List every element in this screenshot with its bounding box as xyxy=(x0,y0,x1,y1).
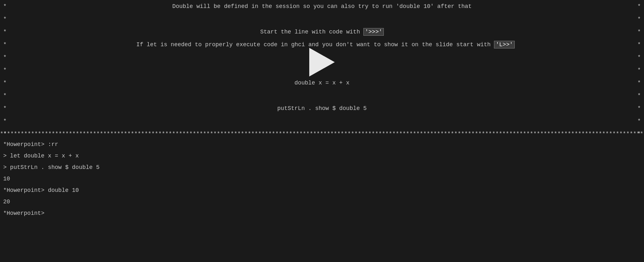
star-right-8: * xyxy=(633,92,641,99)
star-right-7: * xyxy=(633,80,641,86)
star-left-9: * xyxy=(3,105,11,112)
highlight-box-1: '>>>' xyxy=(363,28,384,36)
slide-line-2: * * xyxy=(0,13,644,25)
star-right-10: * xyxy=(633,118,641,124)
star-right-4: * xyxy=(633,41,641,48)
slide-line-9: * putStrLn . show $ double 5 * xyxy=(0,102,644,115)
star-right-3: * xyxy=(633,29,641,35)
console-line-3: > putStrLn . show $ double 5 xyxy=(3,162,641,173)
slide-line-10: * * xyxy=(0,115,644,127)
play-triangle-icon xyxy=(309,48,335,76)
line-content-7: double x = x + x xyxy=(11,80,633,86)
star-left-2: * xyxy=(3,16,11,22)
console-line-5: *Howerpoint> double 10 xyxy=(3,185,641,196)
star-right-9: * xyxy=(633,105,641,112)
console-line-1: *Howerpoint> :rr xyxy=(3,139,641,150)
console-line-6: 20 xyxy=(3,196,641,207)
console-line-4: 10 xyxy=(3,173,641,185)
highlight-box-2: 'L>>' xyxy=(494,41,514,48)
slide-area: * Double will be defined in the session … xyxy=(0,0,644,131)
console-prompt[interactable]: *Howerpoint> xyxy=(3,207,641,219)
star-left-7: * xyxy=(3,80,11,86)
slide-line-1: * Double will be defined in the session … xyxy=(0,0,644,13)
star-right-6: * xyxy=(633,67,641,73)
star-left-4: * xyxy=(3,41,11,48)
console-area[interactable]: *Howerpoint> :rr > let double x = x + x … xyxy=(0,137,644,262)
line-content-3: Start the line with code with '>>>' xyxy=(11,29,633,35)
slide-line-3: * Start the line with code with '>>>' * xyxy=(0,25,644,38)
star-left-6: * xyxy=(3,67,11,73)
line-content-9: putStrLn . show $ double 5 xyxy=(11,105,633,112)
star-left-10: * xyxy=(3,118,11,124)
star-left-1: * xyxy=(3,3,11,10)
star-left-11: * xyxy=(3,131,11,137)
star-right-5: * xyxy=(633,54,641,61)
star-left-5: * xyxy=(3,54,11,61)
star-left-8: * xyxy=(3,92,11,99)
slide-line-8: * * xyxy=(0,89,644,102)
star-right-11: * xyxy=(633,131,641,137)
console-line-2: > let double x = x + x xyxy=(3,150,641,162)
star-left-3: * xyxy=(3,29,11,35)
slide-line-7: * double x = x + x * xyxy=(0,76,644,89)
star-right-1: * xyxy=(633,3,641,10)
play-button[interactable] xyxy=(306,46,338,78)
line-content-1: Double will be defined in the session so… xyxy=(11,3,633,10)
terminal-window: * Double will be defined in the session … xyxy=(0,0,644,262)
star-right-2: * xyxy=(633,16,641,22)
slide-line-11: * * xyxy=(0,127,644,140)
